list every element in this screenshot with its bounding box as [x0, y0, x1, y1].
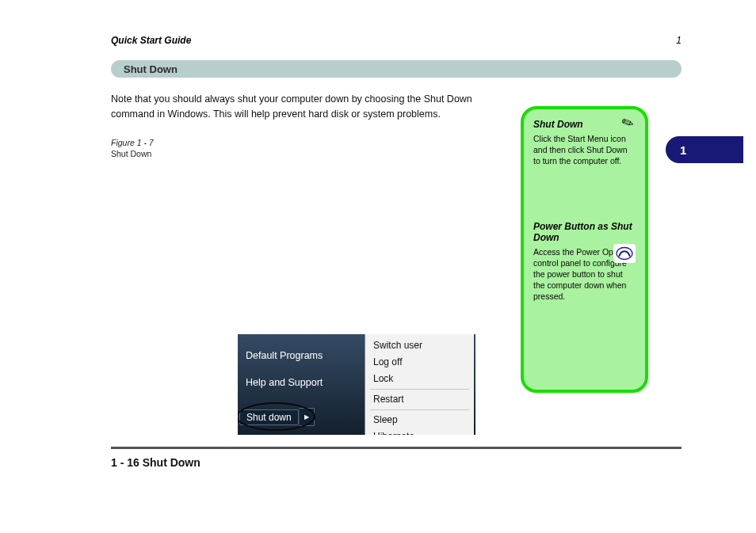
menu-item-log-off[interactable]: Log off [365, 354, 474, 371]
start-menu-item-default-programs[interactable]: Default Programs [246, 350, 323, 361]
section-number: 1 [676, 35, 682, 46]
menu-item-lock[interactable]: Lock [365, 371, 474, 387]
pencil-icon: ✎ [619, 112, 637, 133]
start-menu-left-panel: Default Programs Help and Support Shut d… [238, 334, 365, 435]
note-sidebar: ✎ Shut Down Click the Start Menu icon an… [521, 106, 648, 393]
menu-item-switch-user[interactable]: Switch user [365, 337, 474, 354]
shutdown-button[interactable]: Shut down [239, 409, 299, 425]
menu-item-hibernate[interactable]: Hibernate [365, 428, 474, 435]
section-title-bar: Shut Down [111, 60, 682, 78]
shutdown-arrow-button[interactable]: ▶ [299, 408, 315, 426]
chapter-tab[interactable]: 1 [666, 136, 743, 163]
menu-item-restart[interactable]: Restart [365, 391, 474, 408]
sidebar-text-1: Click the Start Menu icon and then click… [533, 133, 636, 167]
shutdown-menu-screenshot: Default Programs Help and Support Shut d… [238, 334, 475, 435]
sidebar-title-2: Power Button as Shut Down [533, 221, 636, 243]
page-footer-text: 1 - 16 Shut Down [111, 456, 200, 469]
menu-separator [370, 389, 469, 390]
menu-separator [370, 409, 469, 410]
shutdown-submenu: Switch user Log off Lock Restart Sleep H… [365, 334, 474, 435]
start-menu-item-help-support[interactable]: Help and Support [246, 377, 323, 388]
svg-point-0 [617, 248, 632, 260]
shutdown-button-group: Shut down ▶ [239, 408, 315, 426]
body-paragraph: Note that you should always shut your co… [111, 92, 495, 122]
footer-divider [111, 447, 682, 449]
section-title: Shut Down [124, 63, 178, 75]
chapter-header: Quick Start Guide 1 [111, 35, 682, 46]
chapter-title: Quick Start Guide [111, 35, 191, 46]
windows-logo-icon [613, 244, 636, 263]
menu-item-sleep[interactable]: Sleep [365, 412, 474, 428]
